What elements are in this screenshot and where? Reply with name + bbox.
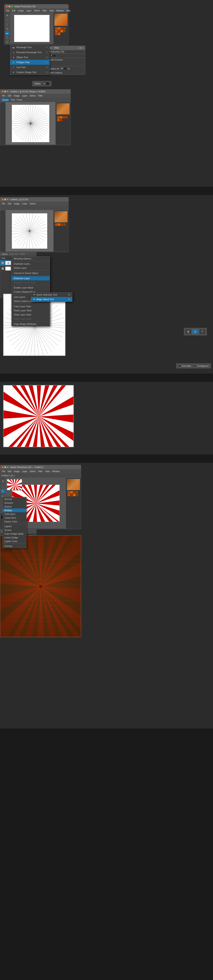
- menu-filter-2[interactable]: Filter: [38, 95, 43, 97]
- layers-kind-filter[interactable]: Kind: [2, 257, 5, 259]
- shape-tool-custom[interactable]: ✦ Custom Shape Tool U: [10, 70, 49, 75]
- ctx-paste-style[interactable]: Paste Layer Style: [12, 309, 50, 313]
- contiguous-cb[interactable]: [194, 364, 196, 367]
- ctx-rasterize[interactable]: Rasterize Layer: [12, 276, 50, 280]
- anti-alias-checkbox-item[interactable]: Anti-alias: [178, 364, 191, 367]
- move-tool[interactable]: ✣: [1, 479, 5, 484]
- shape-tool-polygon[interactable]: ⬠ Polygon Tool U: [10, 60, 49, 65]
- close-dot[interactable]: [6, 6, 8, 7]
- ctx-copy-style[interactable]: Copy Layer Style: [12, 304, 50, 309]
- eye-icon-bg[interactable]: 👁: [2, 267, 4, 270]
- menu-file-blend[interactable]: File: [2, 470, 5, 473]
- indent-sides-input[interactable]: [60, 67, 67, 70]
- menu-filter-blend[interactable]: Filter: [38, 470, 43, 473]
- blend-lighten[interactable]: Lighten: [3, 525, 26, 528]
- blend-darker-color[interactable]: Darker Color: [3, 520, 26, 523]
- max-blend[interactable]: [7, 466, 8, 468]
- eye-icon-1[interactable]: 👁: [2, 262, 4, 264]
- minimize-dot-2[interactable]: [4, 91, 6, 92]
- menu-select-blend[interactable]: Select: [30, 470, 35, 473]
- select-tool[interactable]: ⬚: [1, 484, 5, 488]
- menu-image[interactable]: Image: [18, 10, 24, 12]
- menu-file-3[interactable]: File: [2, 202, 5, 205]
- ctx-clear-style[interactable]: Clear Layer Style: [12, 313, 50, 317]
- magic-wand-tool-item[interactable]: ✦ Magic Wand Tool W: [31, 297, 72, 302]
- channels-tab[interactable]: Channels: [10, 253, 18, 255]
- blend-multiply[interactable]: Multiply: [3, 509, 26, 512]
- blend-darken[interactable]: Darken: [3, 505, 26, 509]
- ctx-delete-layer[interactable]: Delete Layer: [12, 266, 50, 270]
- menu-file-2[interactable]: File: [2, 95, 5, 97]
- shape-tool-rounded-rect[interactable]: ▭ Rounded Rectangle Tool U: [10, 50, 49, 55]
- menu-edit[interactable]: Edit: [12, 10, 15, 12]
- tb-icon-zoom[interactable]: ⊙: [192, 329, 199, 334]
- menu-window-blend[interactable]: Window: [52, 470, 60, 473]
- menu-edit-3[interactable]: Edit: [8, 202, 11, 205]
- tb-icon-history[interactable]: ↶: [199, 329, 205, 334]
- menu-view[interactable]: View: [49, 10, 54, 12]
- blend-linear-dodge[interactable]: Linear Dodge: [3, 536, 26, 539]
- blend-linear-burn[interactable]: Linear Burn: [3, 516, 26, 520]
- menu-file[interactable]: File: [6, 10, 10, 12]
- blend-screen[interactable]: Screen: [3, 528, 26, 532]
- ctx-blending-options[interactable]: Blending Options...: [12, 256, 50, 261]
- shape-tool-ellipse[interactable]: ● Ellipse Tool U: [10, 55, 49, 60]
- minimize-dot[interactable]: [8, 6, 10, 7]
- contiguous-checkbox-item[interactable]: Contiguous: [194, 364, 209, 367]
- slides-input[interactable]: [50, 54, 56, 57]
- zoom-plus[interactable]: +: [82, 47, 83, 49]
- menu-view-blend[interactable]: View: [45, 470, 50, 473]
- menu-filter[interactable]: Filter: [42, 10, 47, 12]
- menu-select-3[interactable]: Select: [30, 202, 35, 205]
- quick-selection-tool-item[interactable]: ✦ Quick Selection Tool W: [31, 293, 72, 297]
- min-3[interactable]: [4, 199, 6, 200]
- menu-help[interactable]: Help: [66, 10, 70, 12]
- blend-color-dodge[interactable]: Color Dodge (Add): [3, 532, 26, 536]
- tool-shape[interactable]: ▬: [5, 31, 10, 35]
- menu-layer-blend[interactable]: Layer: [22, 470, 27, 473]
- zoom-minus[interactable]: −: [77, 47, 78, 49]
- menu-edit-blend[interactable]: Edit: [8, 470, 11, 473]
- min-blend[interactable]: [4, 466, 6, 468]
- shape-mode-btn[interactable]: Shape: [2, 99, 9, 101]
- tool-type[interactable]: T: [5, 35, 10, 40]
- close-3[interactable]: [2, 199, 3, 200]
- tool-select[interactable]: ⬚: [5, 18, 10, 22]
- menu-image-2[interactable]: Image: [14, 95, 19, 97]
- blend-normal[interactable]: Normal: [3, 497, 26, 501]
- shape-tool-line[interactable]: ╱ Line Tool U: [10, 65, 49, 70]
- menu-layer-2[interactable]: Layer: [22, 95, 27, 97]
- ctx-convert-smart[interactable]: Convert to Smart Object: [12, 271, 50, 275]
- blend-dissolve[interactable]: Dissolve: [3, 501, 26, 505]
- menu-image-blend[interactable]: Image: [14, 470, 19, 473]
- menu-layer[interactable]: Layer: [26, 10, 31, 12]
- ctx-enable-mask[interactable]: Enable Layer Mask: [12, 286, 50, 290]
- magic-wand-tool-btn[interactable]: ✦: [1, 489, 5, 493]
- close-dot-2[interactable]: [2, 91, 3, 92]
- sides-value-input[interactable]: [42, 82, 50, 86]
- menu-window[interactable]: Window: [56, 10, 64, 12]
- paths-tab[interactable]: Paths: [20, 253, 25, 255]
- ctx-duplicate-layer[interactable]: Duplicate Layer...: [12, 262, 50, 266]
- path-mode-btn[interactable]: Path: [11, 99, 15, 101]
- menu-select-2[interactable]: Select: [30, 95, 35, 97]
- tool-pen[interactable]: ✏: [5, 40, 10, 44]
- menu-edit-2[interactable]: Edit: [8, 95, 11, 97]
- maximize-dot-2[interactable]: [7, 91, 8, 92]
- tb-icon-layers[interactable]: ⊞: [185, 329, 191, 334]
- menu-image-3[interactable]: Image: [14, 202, 19, 205]
- shape-tool-rectangle[interactable]: ▬ Rectangle Tool U: [10, 45, 49, 50]
- blend-overlay[interactable]: Overlay: [3, 544, 26, 548]
- close-blend[interactable]: [2, 466, 3, 468]
- tool-move[interactable]: ✣: [5, 13, 10, 18]
- pixels-mode-btn[interactable]: Pixels: [17, 99, 22, 101]
- blend-lighter-color[interactable]: Lighter Color: [3, 539, 26, 543]
- ctx-copy-shape[interactable]: Copy Shape Attributes: [12, 322, 50, 326]
- anti-alias-cb[interactable]: [178, 364, 181, 367]
- menu-select[interactable]: Select: [34, 10, 40, 12]
- tool-crop[interactable]: ⊡: [5, 27, 10, 31]
- max-3[interactable]: [7, 199, 8, 200]
- menu-help-label[interactable]: Help: [54, 46, 59, 49]
- menu-layer-3[interactable]: Layer: [22, 202, 27, 205]
- blend-color-burn[interactable]: Color Burn: [3, 512, 26, 516]
